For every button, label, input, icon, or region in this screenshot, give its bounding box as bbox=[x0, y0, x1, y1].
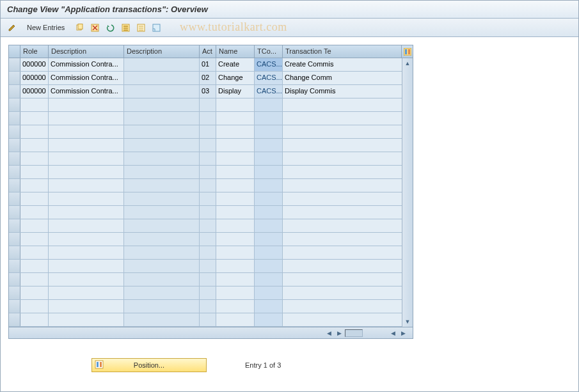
cell-role bbox=[20, 139, 49, 152]
row-selector[interactable] bbox=[9, 313, 20, 326]
row-selector[interactable] bbox=[9, 246, 20, 259]
cell-desc2 bbox=[124, 152, 200, 165]
cell-name bbox=[216, 233, 255, 246]
col-transaction-text[interactable]: Transaction Te bbox=[283, 45, 344, 58]
col-description-2[interactable]: Description bbox=[124, 45, 200, 58]
row-selector[interactable] bbox=[9, 179, 20, 192]
cell-trtext bbox=[283, 112, 344, 125]
row-selector[interactable] bbox=[9, 112, 20, 125]
configure-columns-icon[interactable] bbox=[401, 45, 413, 58]
cell-desc2[interactable] bbox=[124, 85, 200, 98]
col-act[interactable]: Act bbox=[200, 45, 216, 58]
row-selector[interactable] bbox=[9, 72, 20, 84]
row-selector[interactable] bbox=[9, 98, 20, 111]
cell-act[interactable]: 03 bbox=[200, 85, 216, 98]
cell-desc2[interactable] bbox=[124, 58, 200, 71]
row-selector[interactable] bbox=[9, 273, 20, 286]
deselect-all-icon[interactable] bbox=[134, 21, 147, 34]
row-selector[interactable] bbox=[9, 166, 20, 178]
row-selector[interactable] bbox=[9, 206, 20, 219]
new-entries-button[interactable]: New Entries bbox=[21, 21, 70, 34]
position-icon bbox=[95, 360, 104, 370]
cell-desc1[interactable]: Commission Contra... bbox=[49, 58, 124, 71]
cell-role[interactable]: 000000 bbox=[20, 85, 49, 98]
cell-desc1 bbox=[49, 219, 124, 232]
row-selector[interactable] bbox=[9, 260, 20, 272]
row-selector[interactable] bbox=[9, 192, 20, 205]
cell-trtext[interactable]: Change Comm bbox=[283, 72, 344, 84]
cell-trtext bbox=[283, 233, 344, 246]
cell-tcode[interactable]: CACS... bbox=[255, 72, 283, 84]
scroll-down-icon[interactable]: ▼ bbox=[402, 317, 413, 327]
cell-trtext[interactable]: Create Commis bbox=[283, 58, 344, 71]
cell-trtext bbox=[283, 139, 344, 152]
delete-icon[interactable] bbox=[88, 21, 101, 34]
cell-desc1 bbox=[49, 233, 124, 246]
svg-rect-6 bbox=[123, 26, 128, 27]
cell-name bbox=[216, 273, 255, 286]
scroll-right-icon[interactable]: ▶ bbox=[335, 329, 344, 338]
cell-role[interactable]: 000000 bbox=[20, 58, 49, 71]
row-selector[interactable] bbox=[9, 125, 20, 138]
cell-act bbox=[200, 192, 216, 205]
cell-name[interactable]: Change bbox=[216, 72, 255, 84]
cell-desc2[interactable] bbox=[124, 72, 200, 84]
scroll-track[interactable] bbox=[345, 329, 363, 337]
cell-desc1 bbox=[49, 192, 124, 205]
vertical-scrollbar[interactable]: ▲ ▼ bbox=[402, 58, 413, 327]
cell-desc1 bbox=[49, 206, 124, 219]
row-selector[interactable] bbox=[9, 300, 20, 313]
undo-icon[interactable] bbox=[104, 21, 116, 34]
table-settings-icon[interactable] bbox=[150, 21, 163, 34]
cell-tcode bbox=[255, 219, 283, 232]
cell-desc1 bbox=[49, 286, 124, 299]
row-selector[interactable] bbox=[9, 58, 20, 71]
cell-desc2 bbox=[124, 273, 200, 286]
col-name[interactable]: Name bbox=[216, 45, 255, 58]
content-area: Role Description Description Act Name TC… bbox=[1, 37, 578, 380]
scroll-left-2-icon[interactable]: ◀ bbox=[388, 329, 397, 338]
cell-name bbox=[216, 125, 255, 138]
cell-trtext bbox=[283, 300, 344, 313]
toggle-change-icon[interactable] bbox=[6, 21, 19, 34]
cell-tcode bbox=[255, 260, 283, 272]
copy-icon[interactable] bbox=[73, 21, 86, 34]
scroll-left-icon[interactable]: ◀ bbox=[324, 329, 333, 338]
cell-act bbox=[200, 112, 216, 125]
cell-desc1[interactable]: Commission Contra... bbox=[49, 72, 124, 84]
position-button[interactable]: Position... bbox=[91, 358, 207, 372]
cell-act[interactable]: 02 bbox=[200, 72, 216, 84]
table-row bbox=[9, 246, 413, 260]
cell-name[interactable]: Display bbox=[216, 85, 255, 98]
cell-tcode[interactable]: CACS... bbox=[255, 85, 283, 98]
cell-name[interactable]: Create bbox=[216, 58, 255, 71]
cell-tcode[interactable]: CACS... bbox=[255, 58, 283, 71]
cell-desc1[interactable]: Commission Contra... bbox=[49, 85, 124, 98]
row-selector[interactable] bbox=[9, 219, 20, 232]
cell-trtext[interactable]: Display Commis bbox=[283, 85, 344, 98]
row-selector[interactable] bbox=[9, 139, 20, 152]
select-all-header[interactable] bbox=[9, 45, 20, 58]
cell-name bbox=[216, 139, 255, 152]
cell-act[interactable]: 01 bbox=[200, 58, 216, 71]
row-selector[interactable] bbox=[9, 233, 20, 246]
col-tcode[interactable]: TCo... bbox=[255, 45, 283, 58]
cell-desc1 bbox=[49, 152, 124, 165]
cell-desc2 bbox=[124, 112, 200, 125]
col-description-1[interactable]: Description bbox=[49, 45, 124, 58]
cell-name bbox=[216, 166, 255, 178]
row-selector[interactable] bbox=[9, 152, 20, 165]
table-row bbox=[9, 125, 413, 139]
cell-tcode bbox=[255, 246, 283, 259]
row-selector[interactable] bbox=[9, 286, 20, 299]
scroll-right-2-icon[interactable]: ▶ bbox=[399, 329, 408, 338]
row-selector[interactable] bbox=[9, 85, 20, 98]
cell-role bbox=[20, 112, 49, 125]
scroll-up-icon[interactable]: ▲ bbox=[402, 58, 413, 68]
col-role[interactable]: Role bbox=[20, 45, 49, 58]
cell-desc1 bbox=[49, 300, 124, 313]
cell-desc1 bbox=[49, 166, 124, 178]
select-all-icon[interactable] bbox=[119, 21, 132, 34]
cell-role[interactable]: 000000 bbox=[20, 72, 49, 84]
cell-desc2 bbox=[124, 125, 200, 138]
